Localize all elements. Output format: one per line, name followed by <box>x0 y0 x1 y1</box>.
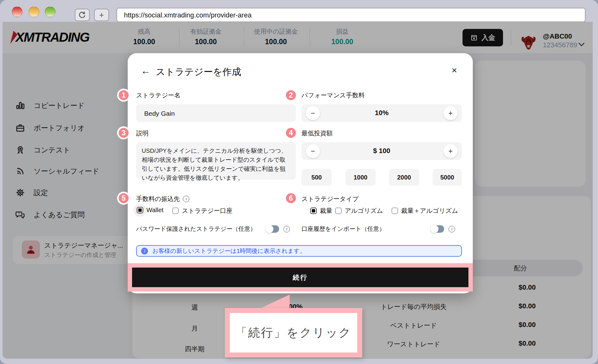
modal-title: ストラテジーを作成 <box>156 66 241 78</box>
password-protect-toggle[interactable] <box>266 225 279 233</box>
quick-amount-1000[interactable]: 1000 <box>345 169 376 186</box>
import-history-label: 口座履歴をインポート（任意） <box>301 225 385 233</box>
toggle-knob <box>265 225 273 233</box>
new-tab-button[interactable]: + <box>94 9 109 21</box>
radio-wallet[interactable]: Wallet <box>137 207 164 214</box>
min-investment-label: 最低投資額 <box>301 129 333 138</box>
close-icon[interactable]: × <box>452 65 457 76</box>
radio-algorithm[interactable]: アルゴリズム <box>335 207 383 215</box>
url-input[interactable] <box>123 9 576 21</box>
callout-arrow <box>260 294 290 308</box>
strategy-name-input[interactable] <box>144 104 288 123</box>
step-badge-5: 5 <box>117 192 130 205</box>
close-window-button[interactable] <box>12 7 22 17</box>
step-badge-4: 4 <box>284 126 297 139</box>
create-strategy-modal: ← ストラテジーを作成 × ストラテジー名 パフォーマンス手数料 − 10% +… <box>128 53 473 293</box>
reload-button[interactable] <box>75 9 90 21</box>
quick-amount-500[interactable]: 500 <box>301 169 332 186</box>
performance-fee-stepper: − 10% + <box>301 104 462 122</box>
continue-button[interactable]: 続行 <box>132 268 468 287</box>
info-icon[interactable]: i <box>448 226 455 232</box>
description-textarea[interactable]: USD/JPYをメインに、テクニカル分析を駆使しつつ、相場の状況を判断して裁量ト… <box>136 142 296 180</box>
investment-value: $ 100 <box>301 147 462 155</box>
radio-box <box>137 207 143 213</box>
radio-box <box>172 208 179 214</box>
step-badge-2: 2 <box>284 89 297 102</box>
step-badge-1: 1 <box>117 89 130 102</box>
notice-text: お客様の新しいストラテジーは1時間後に表示されます。 <box>152 247 306 255</box>
notice-banner: i お客様の新しいストラテジーは1時間後に表示されます。 <box>136 245 462 257</box>
performance-fee-label: パフォーマンス手数料 <box>301 91 365 100</box>
import-history-row: 口座履歴をインポート（任意） i <box>301 225 455 233</box>
quick-amount-2000[interactable]: 2000 <box>389 169 419 186</box>
fee-destination-label: 手数料の振込先 <box>136 195 180 203</box>
fee-destination-label-row: 手数料の振込先 i <box>136 195 189 203</box>
fee-plus-button[interactable]: + <box>444 106 458 120</box>
radio-strategy-account[interactable]: ストラテジー口座 <box>172 207 232 215</box>
callout-tooltip: 「続行」をクリック <box>225 308 362 357</box>
password-protect-row: パスワード保護されたストラテジー（任意） i <box>136 225 290 233</box>
radio-box <box>310 208 317 214</box>
callout-text: 「続行」をクリック <box>235 325 352 341</box>
address-bar[interactable] <box>116 8 586 22</box>
quick-amount-5000[interactable]: 5000 <box>433 169 462 186</box>
strategy-name-field <box>136 104 296 122</box>
min-investment-stepper: − $ 100 + <box>301 142 462 160</box>
fee-value: 10% <box>301 109 462 117</box>
investment-plus-button[interactable]: + <box>444 144 458 158</box>
info-icon[interactable]: i <box>183 196 189 202</box>
zoom-window-button[interactable] <box>45 7 55 17</box>
step-badge-3: 3 <box>117 126 130 139</box>
import-history-toggle[interactable] <box>431 225 444 233</box>
radio-discretionary[interactable]: 裁量 <box>310 207 332 215</box>
reload-icon <box>78 11 86 19</box>
browser-chrome: + <box>0 0 598 22</box>
browser-window: + XMTRADING 残高 100.00 有効証拠金 100.00 使用中の証… <box>0 0 598 364</box>
strategy-name-label: ストラテジー名 <box>136 91 180 100</box>
back-arrow-icon[interactable]: ← <box>141 65 151 77</box>
description-label: 説明 <box>136 129 149 138</box>
info-filled-icon: i <box>141 248 148 254</box>
minimize-window-button[interactable] <box>29 7 39 17</box>
radio-box <box>392 208 398 214</box>
strategy-type-label: ストラテジータイプ <box>301 195 359 203</box>
callout-inner: 「続行」をクリック <box>230 313 357 352</box>
radio-discretionary-algorithm[interactable]: 裁量＋アルゴリズム <box>392 207 458 215</box>
radio-box <box>335 208 342 214</box>
step-badge-6: 6 <box>284 192 297 205</box>
toggle-knob <box>430 225 439 233</box>
password-protect-label: パスワード保護されたストラテジー（任意） <box>136 225 256 233</box>
info-icon[interactable]: i <box>283 226 290 232</box>
